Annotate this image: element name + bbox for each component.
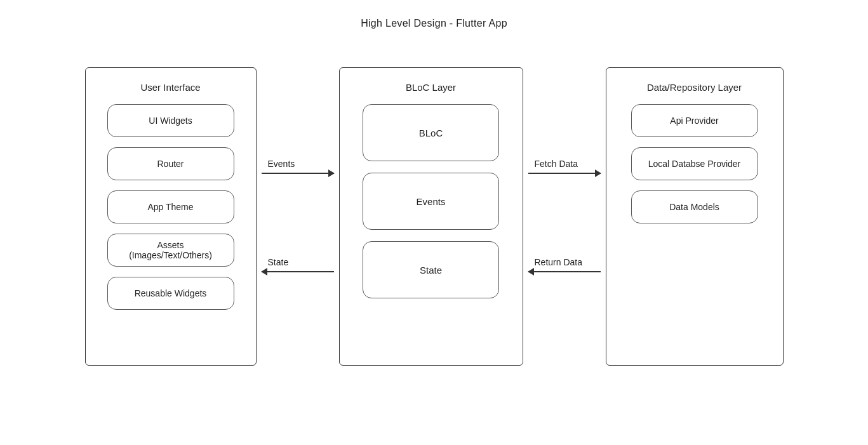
bloc-layer-title: BLoC Layer [406, 82, 456, 93]
fetch-arrow [528, 173, 601, 174]
events-label: Events [262, 159, 334, 169]
data-api-provider: Api Provider [631, 104, 758, 137]
arrow-col-ui-bloc: Events State [257, 67, 339, 366]
return-label: Return Data [528, 257, 601, 267]
state-arrow [262, 271, 334, 272]
data-models: Data Models [631, 190, 758, 223]
bloc-inner-events: Events [363, 173, 499, 230]
diagram-container: User Interface UI Widgets Router App The… [85, 67, 784, 366]
ui-widget-assets: Assets (Images/Text/Others) [107, 234, 234, 267]
arrow-col-bloc-data: Fetch Data Return Data [523, 67, 606, 366]
data-layer: Data/Repository Layer Api Provider Local… [606, 67, 784, 366]
data-layer-title: Data/Repository Layer [647, 82, 742, 93]
arrow-events-group: Events [257, 159, 339, 176]
bloc-inner-state: State [363, 241, 499, 298]
bloc-inner-bloc: BLoC [363, 104, 499, 161]
arrow-return-group: Return Data [523, 257, 606, 275]
events-arrow [262, 173, 334, 174]
bloc-layer: BLoC Layer BLoC Events State [339, 67, 523, 366]
ui-widget-reusable: Reusable Widgets [107, 277, 234, 310]
state-label: State [262, 257, 334, 267]
data-local-db: Local Databse Provider [631, 147, 758, 180]
ui-widget-app-theme: App Theme [107, 190, 234, 223]
return-arrow [528, 271, 601, 272]
arrow-state-group: State [257, 257, 339, 275]
ui-layer-title: User Interface [140, 82, 200, 93]
ui-layer: User Interface UI Widgets Router App The… [85, 67, 257, 366]
arrow-fetch-group: Fetch Data [523, 159, 606, 176]
page-title: High Level Design - Flutter App [361, 18, 507, 29]
ui-widget-router: Router [107, 147, 234, 180]
fetch-label: Fetch Data [528, 159, 601, 169]
ui-widget-ui-widgets: UI Widgets [107, 104, 234, 137]
